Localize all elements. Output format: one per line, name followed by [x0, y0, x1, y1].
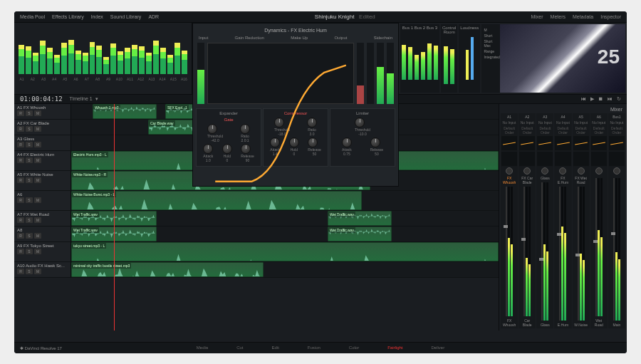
- dynamics-curve-graph[interactable]: [207, 43, 354, 104]
- nav-sound-lib[interactable]: Sound Library: [110, 14, 142, 19]
- mixer-strip[interactable]: A4No InputDefault OrderFX E.HumE.Hum: [554, 113, 571, 328]
- comp-attack-knob[interactable]: [270, 137, 280, 147]
- dyn-graph[interactable]: [609, 152, 625, 166]
- track-row[interactable]: A6 RSMWhite Noise Burst.mp3 - L: [14, 191, 499, 211]
- solo-button[interactable]: S: [26, 233, 33, 239]
- fader[interactable]: [523, 187, 525, 316]
- pan-control[interactable]: [555, 167, 570, 175]
- audio-clip[interactable]: tokyo street.mp3 - L: [71, 242, 499, 261]
- track-header[interactable]: A10 Audio FX Hawk Sc...RSM: [14, 262, 71, 277]
- track-row[interactable]: A8 RSMWet Traffic.wavWet Traffic.wav: [14, 227, 499, 242]
- mute-button[interactable]: M: [34, 269, 41, 274]
- track-header[interactable]: A5 FX White NoiseRSM: [14, 171, 71, 190]
- track-header[interactable]: A1 FX WhooshRSM: [14, 104, 71, 119]
- track-header[interactable]: A7 FX Wet RoadRSM: [14, 211, 71, 226]
- solo-button[interactable]: S: [26, 197, 33, 203]
- mute-button[interactable]: M: [34, 177, 41, 183]
- dyn-graph[interactable]: [537, 152, 553, 166]
- track-header[interactable]: A4 FX Electric HumRSM: [14, 151, 71, 170]
- mute-button[interactable]: M: [34, 233, 41, 239]
- rewind-icon[interactable]: ⏮: [581, 96, 586, 102]
- fader[interactable]: [613, 178, 615, 321]
- comp-release-knob[interactable]: [308, 137, 318, 147]
- comp-ratio-knob[interactable]: [307, 118, 317, 128]
- nav-adr[interactable]: ADR: [148, 14, 159, 19]
- track-header[interactable]: A2 FX Car BladeRSM: [14, 120, 71, 135]
- mixer-strip[interactable]: A1No InputDefault OrderFX WhooshFX Whoos…: [501, 113, 518, 328]
- arm-button[interactable]: R: [17, 197, 24, 203]
- track-lane[interactable]: Wet Traffic.wavWet Traffic.wav: [71, 227, 499, 241]
- solo-button[interactable]: S: [26, 157, 33, 163]
- play-icon[interactable]: ▶: [590, 96, 594, 102]
- eq-graph[interactable]: [555, 136, 570, 150]
- track-lane[interactable]: minimal city traffic bustle street.mp3: [71, 262, 499, 277]
- track-row[interactable]: A10 Audio FX Hawk Sc...RSMminimal city t…: [14, 262, 499, 278]
- lim-release-knob[interactable]: [370, 137, 380, 147]
- eq-graph[interactable]: [537, 136, 553, 150]
- page-cut[interactable]: Cut: [236, 345, 243, 350]
- eq-graph[interactable]: [609, 136, 625, 150]
- mute-button[interactable]: M: [34, 217, 41, 223]
- mute-button[interactable]: M: [34, 110, 41, 116]
- exp-release-knob[interactable]: [241, 144, 251, 154]
- dyn-graph[interactable]: [501, 152, 517, 166]
- audio-clip[interactable]: Wet Traffic.wav: [328, 211, 392, 226]
- nav-mixer[interactable]: Mixer: [531, 14, 543, 19]
- page-color[interactable]: Color: [349, 345, 359, 350]
- nav-media-pool[interactable]: Media Pool: [20, 14, 45, 19]
- fader[interactable]: [559, 187, 561, 321]
- track-lane[interactable]: Wet Traffic.wavWet Traffic.wav: [71, 211, 499, 226]
- exp-threshold-knob[interactable]: [207, 124, 217, 134]
- arm-button[interactable]: R: [17, 126, 24, 132]
- page-edit[interactable]: Edit: [271, 345, 278, 350]
- dyn-graph[interactable]: [555, 152, 570, 166]
- eq-graph[interactable]: [501, 136, 517, 150]
- forward-icon[interactable]: ⏭: [608, 96, 613, 102]
- dyn-graph[interactable]: [519, 152, 535, 166]
- audio-clip[interactable]: Wet Traffic.wav: [328, 227, 392, 241]
- track-lane[interactable]: White Noise Burst.mp3 - L: [71, 191, 499, 210]
- stop-icon[interactable]: ⏹: [598, 96, 603, 102]
- lim-threshold-knob[interactable]: [355, 118, 365, 128]
- timeline-name[interactable]: Timeline 1: [70, 96, 93, 101]
- track-lane[interactable]: tokyo street.mp3 - L: [71, 242, 499, 261]
- solo-button[interactable]: S: [26, 269, 33, 274]
- track-header[interactable]: A6 RSM: [14, 191, 71, 210]
- lim-attack-knob[interactable]: [342, 137, 352, 147]
- comp-threshold-knob[interactable]: [274, 118, 284, 128]
- solo-button[interactable]: S: [26, 142, 33, 147]
- pan-control[interactable]: [609, 167, 625, 175]
- track-row[interactable]: A9 FX Tokyo StreetRSMtokyo street.mp3 - …: [14, 242, 499, 262]
- arm-button[interactable]: R: [17, 177, 24, 183]
- playhead[interactable]: [114, 104, 115, 331]
- track-header[interactable]: A8 RSM: [14, 227, 71, 241]
- pan-control[interactable]: [573, 167, 589, 175]
- track-row[interactable]: A7 FX Wet RoadRSMWet Traffic.wavWet Traf…: [14, 211, 499, 227]
- audio-clip[interactable]: minimal city traffic bustle street.mp3: [71, 262, 264, 277]
- timeline-dropdown-icon[interactable]: ▾: [95, 96, 98, 102]
- mute-button[interactable]: M: [34, 126, 41, 132]
- video-preview[interactable]: [500, 24, 625, 93]
- arm-button[interactable]: R: [17, 233, 24, 239]
- nav-meters[interactable]: Meters: [551, 14, 566, 19]
- eq-graph[interactable]: [573, 136, 589, 150]
- arm-button[interactable]: R: [17, 110, 24, 116]
- nav-effects[interactable]: Effects Library: [52, 14, 84, 19]
- track-header[interactable]: A9 FX Tokyo StreetRSM: [14, 242, 71, 261]
- exp-hold-knob[interactable]: [222, 144, 232, 154]
- page-fairlight[interactable]: Fairlight: [387, 345, 402, 350]
- mixer-strip[interactable]: Bus1No InputDefault OrderMain: [608, 113, 625, 328]
- mute-button[interactable]: M: [34, 249, 41, 254]
- solo-button[interactable]: S: [26, 110, 33, 116]
- solo-button[interactable]: S: [26, 249, 33, 254]
- eq-graph[interactable]: [591, 136, 607, 150]
- nav-metadata[interactable]: Metadata: [573, 14, 593, 19]
- arm-button[interactable]: R: [17, 269, 24, 274]
- nav-index[interactable]: Index: [91, 14, 103, 19]
- arm-button[interactable]: R: [17, 142, 24, 147]
- pan-control[interactable]: [519, 167, 535, 175]
- mute-button[interactable]: M: [34, 157, 41, 163]
- dyn-graph[interactable]: [573, 152, 589, 166]
- mute-button[interactable]: M: [34, 197, 41, 203]
- dynamics-panel[interactable]: Dynamics - FX Electric Hum Input Gain Re…: [192, 23, 399, 187]
